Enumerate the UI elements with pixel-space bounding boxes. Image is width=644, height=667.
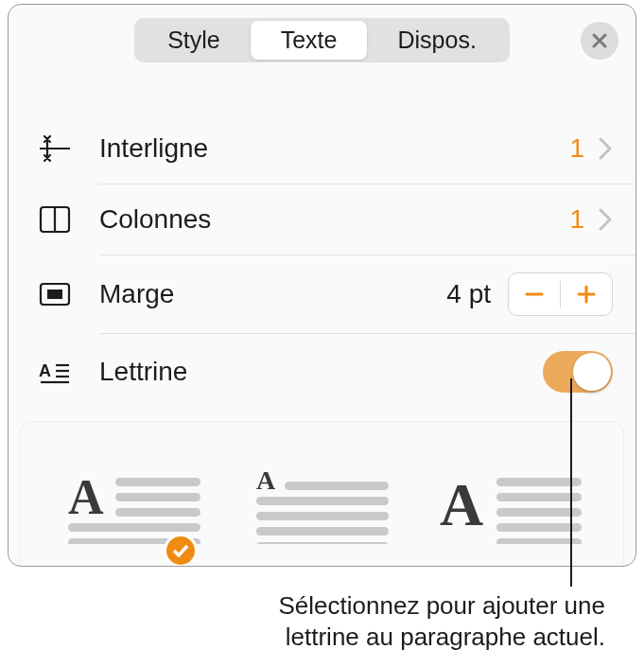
svg-rect-27 [496, 478, 582, 486]
svg-rect-24 [256, 527, 389, 535]
switch-knob [573, 353, 611, 391]
svg-rect-16 [115, 493, 200, 501]
svg-rect-28 [496, 493, 582, 501]
drop-cap-option-3[interactable]: A [430, 454, 591, 558]
callout-leader-line [570, 378, 572, 587]
drop-cap-style-2-icon: A [256, 468, 389, 544]
svg-rect-5 [47, 290, 62, 299]
columns-label: Colonnes [99, 204, 211, 235]
svg-rect-30 [496, 523, 582, 532]
svg-text:A: A [68, 470, 104, 524]
callout-caption: Sélectionnez pour ajouter une lettrine a… [0, 590, 624, 652]
drop-cap-option-2[interactable]: A [242, 454, 403, 558]
svg-rect-18 [68, 523, 200, 532]
row-drop-cap: A Lettrine [9, 334, 635, 410]
svg-rect-17 [115, 508, 200, 517]
columns-value: 1 [569, 204, 598, 235]
settings-list: Interligne 1 Colonnes 1 [9, 79, 635, 567]
chevron-right-icon [598, 136, 613, 161]
tab-text[interactable]: Texte [251, 21, 368, 60]
svg-rect-29 [496, 508, 582, 517]
margin-stepper [508, 272, 613, 316]
line-spacing-value: 1 [569, 133, 598, 164]
margin-increase-button[interactable] [561, 273, 612, 315]
drop-cap-style-1-icon: A [68, 468, 200, 544]
drop-cap-style-3-icon: A [440, 468, 582, 544]
margin-decrease-button[interactable] [509, 273, 560, 315]
svg-rect-23 [256, 512, 389, 520]
chevron-right-icon [598, 207, 613, 232]
svg-text:A: A [256, 468, 276, 495]
margin-icon [37, 276, 77, 312]
drop-cap-icon: A [37, 354, 77, 390]
caption-line-2: lettrine au paragraphe actuel. [286, 623, 605, 651]
svg-text:A: A [440, 471, 483, 538]
tab-style[interactable]: Style [137, 21, 251, 60]
selected-check-icon [164, 534, 198, 567]
segmented-control: Style Texte Dispos. [134, 18, 510, 62]
tabs-bar: Style Texte Dispos. [9, 5, 635, 79]
plus-icon [576, 284, 597, 305]
drop-cap-options: A A [20, 421, 624, 567]
line-spacing-label: Interligne [99, 133, 208, 164]
caption-line-1: Sélectionnez pour ajouter une [279, 591, 605, 620]
formatting-panel: Style Texte Dispos. Interligne 1 [8, 4, 636, 567]
margin-value: 4 pt [446, 279, 508, 309]
svg-rect-22 [256, 497, 389, 505]
row-columns[interactable]: Colonnes 1 [9, 184, 635, 255]
close-icon [591, 32, 608, 49]
drop-cap-toggle[interactable] [543, 351, 613, 393]
line-spacing-icon [37, 131, 77, 167]
svg-rect-25 [256, 542, 389, 544]
minus-icon [524, 284, 545, 305]
close-button[interactable] [581, 22, 618, 60]
tab-layout[interactable]: Dispos. [367, 21, 506, 60]
svg-rect-15 [115, 478, 200, 486]
margin-label: Marge [99, 279, 174, 309]
svg-rect-31 [496, 538, 582, 544]
drop-cap-option-1[interactable]: A [54, 454, 215, 558]
svg-text:A: A [39, 361, 51, 380]
row-line-spacing[interactable]: Interligne 1 [9, 114, 635, 184]
row-margin: Marge 4 pt [9, 255, 635, 333]
columns-icon [37, 202, 77, 237]
drop-cap-label: Lettrine [99, 357, 187, 387]
svg-rect-21 [285, 482, 389, 490]
